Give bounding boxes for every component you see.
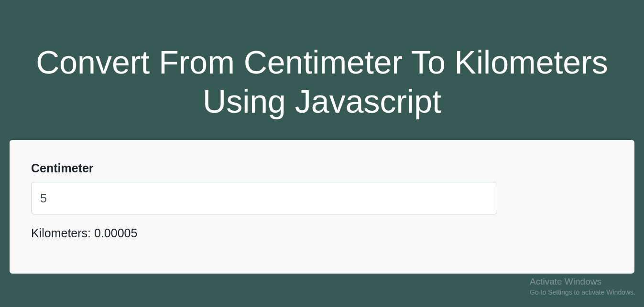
watermark-line2: Go to Settings to activate Windows. [530,288,635,297]
watermark-line1: Activate Windows [530,275,635,288]
page-title: Convert From Centimeter To Kilometers Us… [10,0,634,140]
windows-watermark: Activate Windows Go to Settings to activ… [530,275,635,297]
kilometers-output: Kilometers: 0.00005 [31,226,613,240]
converter-card: Centimeter Kilometers: 0.00005 [10,140,634,274]
centimeter-input[interactable] [31,182,497,214]
centimeter-label: Centimeter [31,161,613,175]
